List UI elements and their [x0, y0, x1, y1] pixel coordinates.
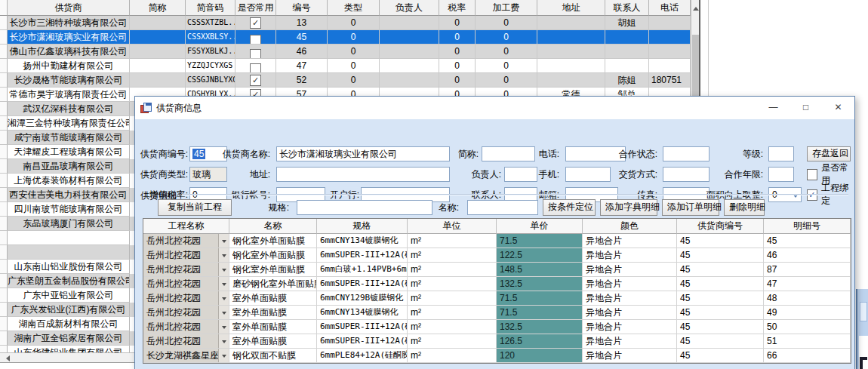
combo-dropdown-button[interactable] [218, 320, 229, 334]
detail-row[interactable]: 岳州北控花园 磨砂钢化室外单面贴膜 6mmSUPER-III+12A(硅... … [143, 277, 851, 291]
column-header-spec[interactable]: 规格 [317, 219, 408, 234]
column-header-project[interactable]: 工程名称 [143, 219, 229, 234]
row-header-cell [0, 88, 8, 102]
common-checkbox[interactable]: ✓ [250, 75, 261, 86]
horizontal-scrollbar[interactable] [0, 352, 134, 363]
scroll-up-icon[interactable] [693, 4, 699, 11]
scroll-left-icon[interactable] [3, 355, 10, 361]
project-combo-cell[interactable]: 岳州北控花园 [143, 234, 229, 248]
supplier-row[interactable]: 扬州中勤建材有限公司 YZZQJCYXGS 47 0 0 0 [0, 59, 691, 73]
detail-grid-body: 岳州北控花园 钢化室外单面贴膜 6mmCNY134镀膜钢化 m² 71.5 异地… [143, 234, 851, 363]
detail-row[interactable]: 岳州北控花园 钢化室外单面贴膜 6mmSUPER-III+12A(硅... m²… [143, 248, 851, 263]
supplier-row[interactable]: 长沙市潇湘玻璃实业有限公司 CSSXXBLSY... 45 0 0 0 [0, 30, 691, 45]
supplier-fee-cell: 0 [476, 30, 537, 45]
supplier-list-item[interactable]: 湘潭三金特种玻璃有限责任公司 [0, 116, 134, 131]
supplier-list-item[interactable]: 四川南玻节能玻璃有限公司 [0, 202, 134, 217]
close-button[interactable]: ✕ [822, 97, 854, 119]
supplier-list-item[interactable]: 广东中亚铝业有限公司 [0, 288, 134, 303]
detail-row[interactable]: 岳州北控花园 室外单面贴膜 6mmSUPER-III+12A(硅... m² 1… [143, 334, 851, 349]
supplier-tax-cell: 0 [439, 59, 476, 73]
common-checkbox[interactable] [250, 35, 261, 45]
common-checkbox[interactable] [250, 49, 261, 60]
combo-dropdown-button[interactable] [218, 291, 229, 305]
project-combo-cell[interactable]: 岳州北控花园 [143, 306, 229, 320]
detail-row[interactable]: 岳州北控花园 室外单面贴膜 6mmSUPER-III+12A(硅... m² 1… [143, 320, 851, 334]
combo-dropdown-button[interactable] [218, 248, 229, 262]
combo-dropdown-button[interactable] [218, 263, 229, 276]
grade-input[interactable] [768, 146, 794, 161]
supplier-list-item[interactable]: 天津耀皮工程玻璃有限公司 [0, 145, 134, 159]
project-combo-cell[interactable]: 岳州北控花园 [143, 291, 229, 306]
add-order-detail-button[interactable]: 添加订单明细 [662, 199, 719, 216]
often-used-checkbox[interactable] [807, 169, 817, 180]
column-header-price[interactable]: 单价 [497, 219, 583, 234]
column-header-common[interactable]: 是否常用 [235, 0, 276, 16]
column-header-type[interactable]: 类型 [328, 0, 380, 16]
name-filter-input[interactable] [467, 200, 538, 215]
detail-supplier-id-cell: 45 [677, 263, 764, 277]
combo-dropdown-button[interactable] [218, 277, 229, 291]
combo-dropdown-button[interactable] [218, 234, 229, 248]
supplier-list-item[interactable]: 湖南广亚全铝家居有限公司 [0, 331, 134, 346]
column-header-shortname[interactable]: 简称 [130, 0, 186, 16]
locate-button[interactable]: 按条件定位 [543, 199, 596, 216]
supplier-list-item[interactable]: 上海优泰装饰材料有限公司 [0, 174, 134, 188]
combo-dropdown-button[interactable] [218, 306, 229, 319]
address-input[interactable] [276, 167, 450, 182]
column-header-supplier[interactable]: 供货商 [8, 0, 130, 16]
common-checkbox[interactable] [250, 63, 261, 74]
add-dict-detail-button[interactable]: 添加字典明细 [600, 199, 657, 216]
project-combo-cell[interactable]: 岳州北控花园 [143, 320, 229, 334]
combo-dropdown-button[interactable] [218, 349, 229, 362]
coop-years-input[interactable] [768, 167, 794, 182]
supplier-list-item[interactable]: 山东华建铝业集团有限公司 [0, 346, 134, 352]
dialog-titlebar[interactable]: 供货商信息 — □ ✕ [135, 97, 854, 119]
supplier-list-item[interactable]: 南昌亚晶玻璃有限公司 [0, 159, 134, 174]
detail-row[interactable]: 岳州北控花园 室外单面贴膜 6mmCNY134镀膜钢化 m² 71.5 异地合片… [143, 306, 851, 320]
supplier-list-item[interactable]: 山东南山铝业股份有限公司 [0, 260, 134, 274]
project-combo-cell[interactable]: 岳州北控花园 [143, 334, 229, 349]
column-header-address[interactable]: 地址 [537, 0, 605, 16]
minimize-button[interactable]: — [757, 97, 790, 119]
column-header-name[interactable]: 名称 [229, 219, 317, 234]
combo-dropdown-button[interactable] [218, 334, 229, 348]
project-combo-cell[interactable]: 长沙龙湖祺鑫星座 [143, 349, 229, 363]
spec-filter-input[interactable] [297, 200, 432, 215]
copy-project-button[interactable]: 复制当前工程 [158, 199, 232, 216]
maximize-button[interactable]: □ [790, 97, 822, 119]
supplier-list-item[interactable]: 广东兴发铝业(江西)有限公司 [0, 303, 134, 317]
supplier-list-item[interactable] [0, 245, 134, 260]
column-header-manager[interactable]: 负责人 [380, 0, 439, 16]
column-header-fee[interactable]: 加工费 [476, 0, 537, 16]
project-combo-cell[interactable]: 岳州北控花园 [143, 277, 229, 291]
column-header-id[interactable]: 编号 [276, 0, 328, 16]
supplier-row[interactable]: 长沙市三湘特种玻璃有限公司 CSSSXTZBL... ✓ 13 0 0 0 胡姐 [0, 16, 691, 30]
column-header-phone[interactable]: 电话 [649, 0, 691, 16]
supplier-list-item[interactable] [0, 231, 134, 245]
supplier-row[interactable]: 长沙晟格节能玻璃有限公司 CSSGJNBLYXGS ✓ 52 0 0 0 陈姐 … [0, 73, 691, 88]
column-header-supplier-id[interactable]: 供货商编号 [677, 219, 764, 234]
supplier-list-item[interactable]: 东晶玻璃厦门有限公司 [0, 217, 134, 231]
supplier-list-item[interactable]: 湖南百成新材料有限公司 [0, 317, 134, 331]
detail-row[interactable]: 长沙龙湖祺鑫星座 钢化双面不贴膜 6mmPLE84+12A(硅酮胶... m² … [143, 349, 851, 363]
column-header-tax[interactable]: 税率 [439, 0, 476, 16]
column-header-color[interactable]: 颜色 [583, 219, 677, 234]
project-combo-cell[interactable]: 岳州北控花园 [143, 248, 229, 263]
detail-row[interactable]: 岳州北控花园 室外单面贴膜 6mmCNY129B镀膜钢化 m² 71.5 异地合… [143, 291, 851, 306]
column-header-contact[interactable]: 联系人 [605, 0, 649, 16]
common-checkbox[interactable]: ✓ [250, 17, 261, 29]
column-header-detail-id[interactable]: 明细号 [764, 219, 851, 234]
column-header-unit[interactable]: 单位 [408, 219, 497, 234]
save-return-button[interactable]: 存盘返回 [807, 146, 851, 161]
often-used-checkbox-row[interactable]: 是否常用 [807, 167, 854, 182]
supplier-list-item[interactable]: 武汉亿深科技有限公司 [0, 102, 134, 116]
detail-row[interactable]: 岳州北控花园 钢化室外单面贴膜 6mm白玻+1.14PVB+6mm... m² … [143, 263, 851, 277]
detail-row[interactable]: 岳州北控花园 钢化室外单面贴膜 6mmCNY134镀膜钢化 m² 71.5 异地… [143, 234, 851, 248]
column-header-code[interactable]: 简音码 [186, 0, 235, 16]
supplier-list-item[interactable]: 咸宁南玻节能玻璃有限公司 [0, 131, 134, 145]
supplier-list-item[interactable]: 广东坚朗五金制品股份有限公司 [0, 274, 134, 288]
supplier-list-item[interactable]: 西安佳吉美电力科技有限公司 [0, 188, 134, 202]
supplier-row[interactable]: 佛山市亿鑫玻璃科技有限公司 FSSYXBLKJ... 46 0 0 0 [0, 45, 691, 59]
project-combo-cell[interactable]: 岳州北控花园 [143, 263, 229, 277]
delete-detail-button[interactable]: 删除明细 [724, 199, 765, 216]
